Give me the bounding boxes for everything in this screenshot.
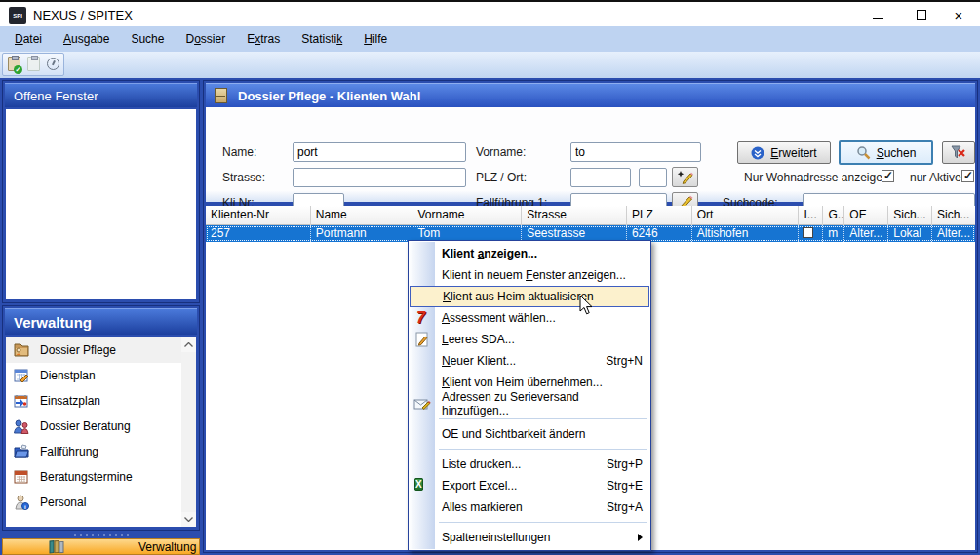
verwaltung-panel: Verwaltung Dossier Pflege Dienstplan Ein… [2,305,200,531]
menu-hilfe[interactable]: Hilfe [353,26,398,52]
menu-item-serieversand-hinzufuegen[interactable]: Adressen zu Serieversand hinzufügen... [409,393,650,415]
column-header[interactable]: Vorname [412,206,522,225]
menu-statistik[interactable]: Statistik [291,26,353,52]
cell-sich2: Alter... [932,225,975,242]
history-clock-icon[interactable] [45,56,60,73]
clipboard-icon[interactable] [25,56,41,73]
wand-star-icon [677,170,694,184]
sda-document-icon [413,331,431,348]
sidebar-item-label: Fallführung [40,445,98,458]
menu-item-export-excel[interactable]: X Export Excel...Strg+E [409,475,650,496]
search-icon [856,145,871,160]
cell-ort: Altishofen [692,225,800,242]
column-header[interactable]: Ort [692,206,800,225]
erweitert-button[interactable]: Erweitert [737,141,831,164]
vorname-input[interactable] [570,142,701,162]
mouse-cursor-icon [579,295,594,316]
strasse-input[interactable] [293,168,466,187]
menu-item-assessment-waehlen[interactable]: 7 Assessment wählen... [409,307,650,329]
menu-item-klient-anzeigen[interactable]: Klient anzeigen... [409,243,650,264]
chevron-double-down-icon [751,146,764,160]
menu-item-klient-neues-fenster[interactable]: Klient in neuem Fenster anzeigen... [409,264,650,286]
suchen-button[interactable]: Suchen [839,140,933,165]
menu-datei[interactable]: Datei [4,26,53,52]
clipboard-check-icon[interactable]: ✓ [6,56,21,73]
verwaltung-bottom-button[interactable]: Verwaltung [2,538,200,555]
scroll-down-icon[interactable] [181,512,196,527]
wohnadresse-checkbox[interactable] [882,170,894,182]
plz-lookup-button[interactable] [672,167,698,187]
open-windows-list[interactable] [6,109,196,299]
menu-item-klient-aus-heim-aktualisieren[interactable]: Klient aus Heim aktualisieren [410,286,649,307]
clear-filter-icon [951,145,966,160]
minimize-button[interactable] [858,2,897,27]
binders-icon [48,539,65,554]
window-title: NEXUS / SPITEX [33,8,133,22]
cell-oe: Alter... [844,225,888,242]
menu-separator [409,518,650,527]
clear-filter-button[interactable] [942,141,975,164]
sidebar-item-fallfuehrung[interactable]: Fallführung [6,439,196,464]
sidebar-item-label: Dossier Pflege [40,343,116,357]
cell-klienten-nr: 257 [206,225,311,242]
cell-sich1: Lokal [888,225,932,242]
mail-pen-icon [413,395,431,413]
column-header[interactable]: Sich... [932,206,975,225]
sidebar-item-einsatzplan[interactable]: Einsatzplan [6,388,196,414]
sidebar-item-beratungstermine[interactable]: Beratungstermine [6,464,196,490]
sidebar-scrollbar[interactable] [181,337,196,527]
open-windows-panel: Offene Fenster [2,80,200,303]
menu-ausgabe[interactable]: Ausgabe [53,26,120,52]
menu-extras[interactable]: Extras [236,26,291,52]
menu-dossier[interactable]: Dossier [175,26,236,52]
menu-item-spalteneinstellungen[interactable]: Spalteneinstellungen [409,527,650,548]
sidebar-splitter[interactable] [2,532,200,538]
menu-bar: Datei Ausgabe Suche Dossier Extras Stati… [0,26,980,52]
column-header[interactable]: G.. [823,206,844,225]
sidebar-item-label: Personal [40,496,86,509]
shortcut-label: Strg+N [594,354,643,368]
vorname-label: Vorname: [476,145,526,159]
shortcut-label: Strg+A [595,500,643,514]
name-label: Name: [222,145,256,159]
maximize-icon [917,10,926,20]
column-header[interactable]: Sich... [888,206,932,225]
column-header[interactable]: I... [799,206,823,225]
menu-item-oe-sichtbarkeit-aendern[interactable]: OE und Sichtbarkeit ändern [409,423,650,445]
name-input[interactable] [293,142,466,162]
page-title: Dossier Pflege - Klienten Wahl [238,89,420,103]
close-icon: × [955,8,963,22]
column-header[interactable]: OE [844,206,888,225]
column-header[interactable]: Strasse [522,206,627,225]
splitter-grip-icon [72,534,131,536]
column-header[interactable]: Klienten-Nr [206,206,311,225]
sidebar-item-dossier-beratung[interactable]: Dossier Beratung [6,414,196,439]
sidebar-item-label: Dienstplan [40,369,96,382]
scroll-up-icon[interactable] [181,337,196,352]
maximize-button[interactable] [902,2,941,27]
beratungstermine-icon [13,468,30,486]
menu-item-alles-markieren[interactable]: Alles markierenStrg+A [409,496,650,518]
menu-separator [409,415,650,423]
dossier-cabinet-icon [215,88,227,103]
cell-g: m [823,225,844,242]
menu-item-liste-drucken[interactable]: Liste drucken...Strg+P [409,454,650,475]
column-header[interactable]: Name [311,206,413,225]
row-checkbox[interactable] [803,227,813,238]
toolbar-group: ✓ [2,53,64,76]
sidebar-item-personal[interactable]: i Personal [6,490,196,515]
context-menu: Klient anzeigen... Klient in neuem Fenst… [408,240,651,551]
sidebar-item-label: Dossier Beratung [40,419,131,433]
ort-input[interactable] [639,168,667,187]
menu-suche[interactable]: Suche [120,26,175,52]
sidebar-item-dossier-pflege[interactable]: Dossier Pflege [6,337,196,363]
plz-input[interactable] [570,168,631,187]
close-button[interactable]: × [939,2,978,27]
aktive-checkbox[interactable] [961,170,974,182]
column-header[interactable]: PLZ [627,206,692,225]
menu-item-leeres-sda[interactable]: Leeres SDA... [409,329,650,350]
dienstplan-icon [13,367,30,384]
sidebar-item-dienstplan[interactable]: Dienstplan [6,363,196,388]
menu-item-neuer-klient[interactable]: Neuer Klient...Strg+N [409,350,650,372]
search-form: Name: Vorname: Erweitert Suchen Strasse:… [206,107,975,202]
